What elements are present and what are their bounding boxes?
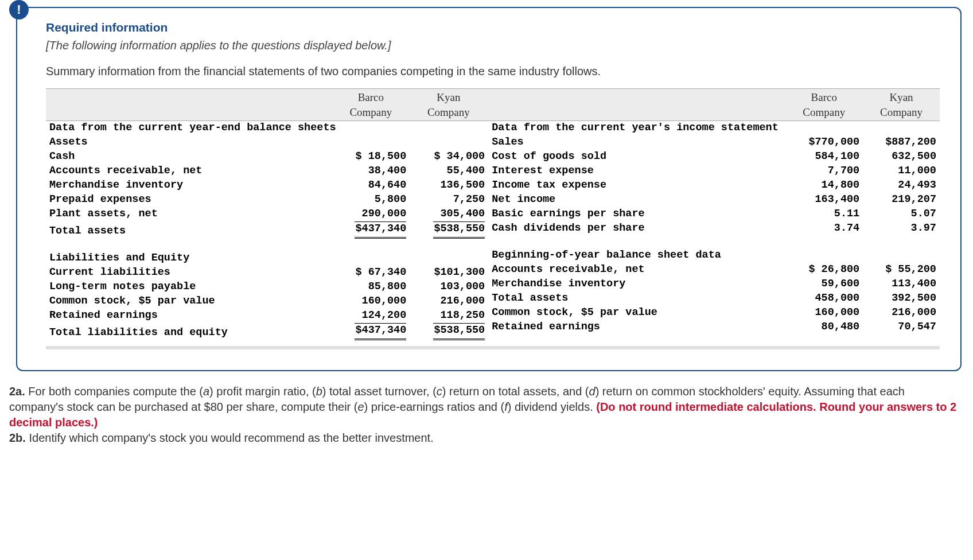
hdr-company-2: Company [803,106,845,118]
total-assets-row: Total assets$437,340$538,550 [46,221,488,239]
balance-sheet-column: Data from the current year-end balance s… [46,121,488,340]
applies-note: [The following information applies to th… [46,39,940,52]
table-row: Plant assets, net290,000305,400 [46,207,488,221]
table-row: Sales$770,000$887,200 [488,135,940,150]
question-text: 2a. For both companies compute the (a) p… [9,384,962,446]
q-2a-label: 2a. [9,385,25,398]
column-header-row: BarcoCompany KyanCompany BarcoCompany Ky… [46,88,940,121]
table-row: Cash$ 18,500$ 34,000 [46,150,488,164]
info-icon: ! [9,0,29,20]
hdr-company-2b: Company [880,106,923,118]
table-row: Total assets458,000392,500 [488,291,940,306]
table-row: Common stock, $5 par value160,000216,000 [46,294,488,309]
income-statement-column: Data from the current year's income stat… [488,121,940,340]
boy-heading: Beginning-of-year balance sheet data [488,248,940,263]
hdr-barco-2: Barco [811,91,837,103]
table-row: Retained earnings124,200118,250 [46,309,488,323]
total-liab-row: Total liabilities and equity$437,340$538… [46,323,488,340]
hdr-company-1b: Company [427,106,470,118]
hdr-barco-1: Barco [358,91,384,103]
table-row: Income tax expense14,80024,493 [488,178,940,193]
table-row: Current liabilities$ 67,340$101,300 [46,266,488,280]
table-row: Interest expense7,70011,000 [488,164,940,178]
summary-text: Summary information from the financial s… [46,65,940,78]
table-row: Net income163,400219,207 [488,193,940,207]
table-row: Cash dividends per share3.743.97 [488,221,940,236]
table-row: Cost of goods sold584,100632,500 [488,150,940,164]
table-row: Prepaid expenses5,8007,250 [46,193,488,207]
box-divider [46,346,940,349]
table-row: Common stock, $5 par value160,000216,000 [488,306,940,320]
table-row: Accounts receivable, net38,40055,400 [46,164,488,178]
liabilities-heading: Liabilities and Equity [46,251,488,266]
table-row: Accounts receivable, net$ 26,800$ 55,200 [488,263,940,277]
is-heading: Data from the current year's income stat… [488,121,940,135]
hdr-kyan-1: Kyan [437,91,460,103]
bs-heading: Data from the current year-end balance s… [46,121,488,135]
q-2b-label: 2b. [9,431,26,444]
table-row: Merchandise inventory84,640136,500 [46,178,488,193]
hdr-company-1: Company [349,106,392,118]
table-row: Merchandise inventory59,600113,400 [488,277,940,291]
hdr-kyan-2: Kyan [889,91,913,103]
assets-heading: Assets [46,135,488,150]
table-row: Retained earnings80,48070,547 [488,320,940,335]
required-info-title: Required information [46,21,940,34]
table-row: Long-term notes payable85,800103,000 [46,280,488,294]
table-row: Basic earnings per share5.115.07 [488,207,940,221]
required-info-box: ! Required information [The following in… [16,7,962,371]
